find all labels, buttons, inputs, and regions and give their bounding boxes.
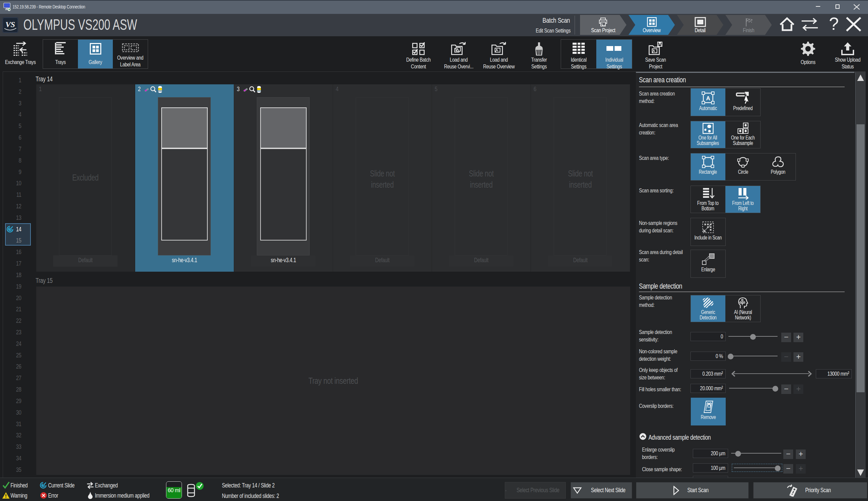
svg-text:VS: VS xyxy=(6,20,15,29)
